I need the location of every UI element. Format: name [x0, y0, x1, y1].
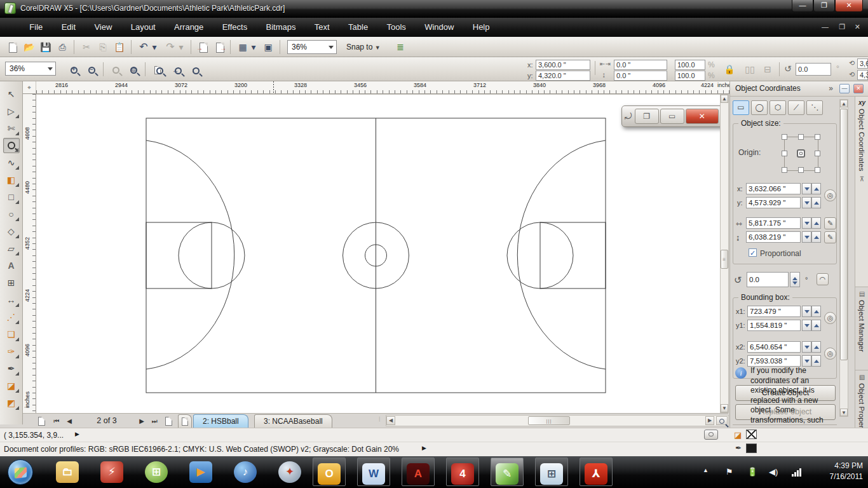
zoom-to-page-width-button[interactable]: ↔ — [168, 62, 183, 76]
y-spinner[interactable] — [802, 197, 821, 208]
tab-object-manager[interactable]: ▤ Object Manager — [855, 288, 868, 370]
vertical-scroll-thumb[interactable]: ≡ — [721, 250, 728, 269]
proportional-checkbox[interactable]: ✓ — [749, 248, 757, 257]
paste-button[interactable]: 📋 — [112, 40, 127, 54]
connector-tool[interactable]: ⋰ — [3, 309, 20, 325]
cut-button[interactable]: ✂ — [79, 40, 94, 54]
origin-selector[interactable] — [782, 134, 821, 173]
x2-field[interactable]: 6,540.654 " — [747, 341, 801, 353]
child-restore-button[interactable]: ❐ — [635, 109, 659, 124]
point1-target-button[interactable]: ◎ — [824, 312, 836, 324]
last-page-button[interactable]: ⏭ — [149, 416, 160, 426]
taskbar-daemon-window[interactable]: 4 — [446, 458, 479, 486]
y-coordinate-field[interactable]: 4,573.929 " — [746, 197, 801, 208]
origin-handle-center-selected[interactable] — [797, 149, 805, 158]
polygon-tool[interactable]: ◇ — [3, 224, 20, 239]
object-width-field[interactable]: 0.0 " — [614, 60, 667, 70]
height-edit-button[interactable]: ✎ — [824, 231, 836, 243]
vertical-ruler[interactable]: 4608 4480 4352 4224 4096 inches — [23, 94, 36, 413]
show-hidden-icons-button[interactable]: ▲ — [703, 467, 709, 473]
taskbar-calculator-window[interactable]: ⊞ — [535, 458, 568, 486]
pin-icon[interactable]: ⊼ — [855, 175, 868, 182]
zoom-to-selection-button[interactable] — [108, 62, 123, 76]
restore-button[interactable]: ❐ — [813, 0, 835, 12]
basic-shapes-tool[interactable]: ▱ — [3, 241, 20, 256]
rotation-gauge-button[interactable]: ◠ — [817, 273, 829, 285]
clipped-x-field[interactable]: 3,6 — [857, 58, 868, 69]
start-button[interactable] — [8, 459, 33, 485]
origin-handle[interactable] — [782, 134, 787, 140]
menu-edit[interactable]: Edit — [53, 18, 84, 37]
menu-file[interactable]: File — [21, 18, 51, 37]
copy-button[interactable]: ⎘ — [95, 40, 111, 54]
crop-tool[interactable]: ✄ — [3, 121, 20, 136]
page-tab-hsbball[interactable]: 2: HSBball — [193, 414, 248, 428]
undo-button[interactable]: ↶ — [136, 40, 151, 54]
x-coordinate-field[interactable]: 3,632.066 " — [746, 183, 801, 194]
freehand-tool[interactable]: ∿ — [3, 155, 20, 170]
application-launcher-button[interactable]: ▦ — [235, 40, 250, 54]
zoom-level-combobox-2[interactable]: 36% — [5, 62, 56, 76]
menu-text[interactable]: Text — [306, 18, 338, 37]
mirror-vertical-button[interactable]: ⊟ — [760, 62, 775, 76]
options-button[interactable]: ≣ — [393, 40, 408, 54]
snap-to-dropdown[interactable]: Snap to ▼ — [346, 43, 381, 51]
action-center-flag-icon[interactable]: ⚑ — [726, 467, 733, 477]
x2-spinner[interactable] — [802, 341, 821, 353]
taskbar-calculator-icon[interactable]: ⊞ — [145, 461, 168, 483]
origin-handle[interactable] — [798, 167, 804, 173]
outline-swatch-black[interactable] — [746, 444, 757, 453]
origin-handle[interactable] — [782, 167, 787, 173]
taskbar-outlook-window[interactable]: O — [313, 458, 346, 486]
y2-spinner[interactable] — [802, 355, 821, 367]
y1-spinner[interactable] — [802, 320, 821, 331]
menu-table[interactable]: Table — [340, 18, 376, 37]
origin-handle[interactable] — [815, 151, 820, 156]
docker-scroll-thumb[interactable] — [840, 109, 848, 360]
tab-object-coordinates[interactable]: xy Object Coordinates ⊼ — [855, 97, 868, 287]
child-close-button[interactable]: ✕ — [855, 24, 860, 30]
taskbar-itunes-icon[interactable]: ♪ — [234, 461, 257, 483]
width-field[interactable]: 5,817.175 " — [746, 217, 801, 229]
object-height-field[interactable]: 0.0 " — [614, 71, 667, 81]
rotation-field[interactable]: 0.0 — [796, 63, 831, 76]
ellipse-tool[interactable]: ○ — [3, 207, 20, 222]
scroll-left-button[interactable]: ◀ — [386, 416, 395, 425]
rectangle-shape-button[interactable]: ▭ — [733, 100, 749, 115]
fill-swatch-none[interactable] — [746, 430, 757, 439]
navigator-zoom-button[interactable] — [716, 416, 728, 425]
x-spinner[interactable] — [802, 183, 821, 194]
xy-target-button[interactable]: ◎ — [824, 189, 836, 201]
taskbar-acrobat-window[interactable]: ⅄ — [580, 458, 613, 486]
expand-arrow-icon[interactable]: ▶ — [422, 445, 426, 451]
pick-tool[interactable]: ↖ — [3, 86, 20, 102]
application-launcher-dropdown[interactable]: ▾ — [249, 40, 258, 54]
color-eyedropper-tool[interactable]: ✑ — [3, 344, 20, 359]
import-button[interactable]: → — [196, 40, 211, 54]
scroll-down-button[interactable]: ▼ — [840, 409, 848, 416]
origin-handle[interactable] — [815, 167, 820, 173]
menu-tools[interactable]: Tools — [378, 18, 414, 37]
position-x-field[interactable]: 3,600.0 " — [536, 60, 590, 70]
minimize-button[interactable]: — — [792, 0, 813, 12]
point2-target-button[interactable]: ◎ — [824, 348, 836, 360]
child-minimize-button[interactable]: — — [822, 24, 829, 30]
width-edit-button[interactable]: ✎ — [824, 217, 836, 229]
scroll-down-button[interactable]: ▼ — [721, 404, 728, 412]
rotation-spinner[interactable] — [790, 272, 800, 287]
menu-layout[interactable]: Layout — [123, 18, 164, 37]
document-properties-icon[interactable] — [704, 430, 718, 440]
y2-field[interactable]: 7,593.038 " — [747, 355, 801, 367]
zoom-tool[interactable] — [3, 138, 20, 153]
child-minimize-button[interactable]: ▭ — [660, 109, 684, 124]
docker-chevron-icon[interactable]: » — [829, 84, 833, 93]
zoom-to-page-height-button[interactable]: ↕ — [186, 62, 201, 76]
height-field[interactable]: 6,038.219 " — [746, 231, 801, 243]
menu-window[interactable]: Window — [416, 18, 462, 37]
taskbar-safari-icon[interactable]: ✦ — [278, 461, 301, 483]
expand-arrow-icon[interactable]: ▶ — [75, 431, 79, 437]
menu-help[interactable]: Help — [465, 18, 498, 37]
docker-minimize-button[interactable]: — — [839, 84, 850, 93]
network-signal-icon[interactable] — [792, 468, 803, 477]
ellipse-shape-button[interactable]: ◯ — [751, 100, 768, 115]
